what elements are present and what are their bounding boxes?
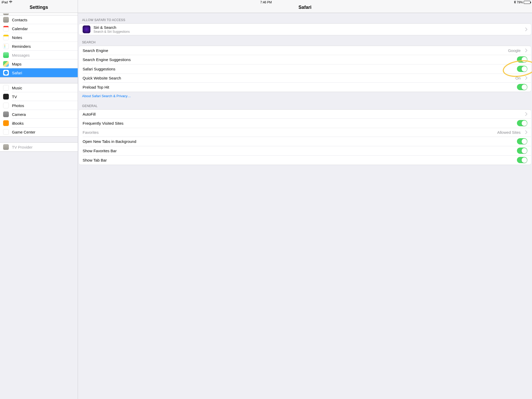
messages-icon	[3, 52, 9, 58]
row-favbar: Show Favorites Bar	[79, 146, 332, 155]
sidebar-item-notes[interactable]: Notes	[0, 33, 78, 42]
sidebar-title: Settings	[30, 5, 48, 10]
row-label: Search Engine Suggestions	[83, 57, 332, 62]
reminders-icon	[3, 43, 9, 49]
detail-scroll[interactable]: ALLOW SAFARI TO ACCESSSiri & SearchSearc…	[78, 13, 332, 249]
section-footer-link[interactable]: About Safari Search & Privacy…	[78, 92, 332, 99]
camera-icon	[3, 111, 9, 117]
sidebar-item-camera[interactable]: Camera	[0, 110, 78, 119]
row-subtitle: Search & Siri Suggestions	[94, 30, 332, 34]
safari-icon	[3, 70, 9, 76]
sidebar-item-safari[interactable]: Safari	[0, 68, 78, 77]
row-label: Search Engine	[83, 48, 332, 53]
device-label: iPad	[2, 1, 8, 4]
clock: 7:46 PM	[260, 1, 272, 4]
row-siri[interactable]: Siri & SearchSearch & Siri Suggestions	[79, 24, 332, 35]
row-label: Quick Website Search	[83, 76, 332, 80]
row-autofill[interactable]: AutoFill	[79, 110, 332, 118]
tvprovider-icon	[3, 144, 9, 150]
sidebar-item-label: Music	[12, 86, 22, 90]
row-saf_sugg: Safari Suggestions	[79, 64, 332, 74]
detail-pane: Safari ALLOW SAFARI TO ACCESSSiri & Sear…	[78, 0, 332, 249]
row-label: AutoFill	[83, 112, 332, 116]
sidebar-item-label: Messages	[12, 53, 30, 57]
detail-title: Safari	[298, 5, 311, 10]
sidebar-item-label: Maps	[12, 62, 22, 66]
sidebar-item-gamecenter[interactable]: Game Center	[0, 128, 78, 136]
sidebar-item-label: Photos	[12, 103, 24, 108]
status-bar: iPad 7:46 PM 79%	[0, 0, 332, 5]
sidebar-item-reminders[interactable]: Reminders	[0, 42, 78, 51]
sidebar-item-tvprovider[interactable]: TV Provider	[0, 143, 78, 151]
row-label: Preload Top Hit	[83, 85, 332, 89]
section-header: GENERAL	[78, 99, 332, 109]
maps-icon	[3, 61, 9, 67]
row-label: Show Favorites Bar	[83, 149, 332, 153]
sidebar-item-maps[interactable]: Maps	[0, 59, 78, 68]
section-header: ALLOW SAFARI TO ACCESS	[78, 13, 332, 23]
row-freq: Frequently Visited Sites	[79, 118, 332, 128]
wifi-icon	[9, 1, 12, 4]
sidebar-item-tv[interactable]: TV	[0, 92, 78, 101]
sidebar-item-label: iBooks	[12, 121, 24, 125]
row-label: Show Tab Bar	[83, 158, 332, 162]
sidebar-item-label: Safari	[12, 71, 22, 75]
sidebar-item-contacts[interactable]: Contacts	[0, 15, 78, 24]
row-label: Open New Tabs in Background	[83, 139, 332, 144]
contacts-icon	[3, 17, 9, 23]
tv-icon	[3, 94, 9, 99]
row-preload: Preload Top Hit	[79, 82, 332, 92]
sidebar-item-ibooks[interactable]: iBooks	[0, 119, 78, 128]
row-newtab: Open New Tabs in Background	[79, 137, 332, 146]
section-header: SEARCH	[78, 35, 332, 46]
photos-icon	[3, 103, 9, 108]
row-fav[interactable]: FavoritesAllowed Sites	[79, 128, 332, 137]
sidebar-item-label: TV Provider	[12, 145, 32, 149]
notes-icon	[3, 35, 9, 40]
settings-sidebar: Settings ContactsCalendarNotesRemindersM…	[0, 0, 78, 249]
calendar-icon	[3, 26, 9, 31]
row-engine[interactable]: Search EngineGoogle	[79, 46, 332, 55]
gamecenter-icon	[3, 129, 9, 135]
row-label: Safari Suggestions	[83, 67, 332, 71]
sidebar-item-label: TV	[12, 95, 17, 99]
music-icon	[3, 85, 9, 91]
sidebar-item-label: Game Center	[12, 130, 35, 134]
sidebar-item-messages[interactable]: Messages	[0, 51, 78, 59]
sidebar-item-label: Reminders	[12, 44, 31, 49]
sidebar-item-music[interactable]: Music	[0, 83, 78, 92]
sidebar-item-label: Camera	[12, 112, 26, 117]
siri-icon	[83, 25, 90, 33]
row-label: Siri & Search	[94, 25, 332, 30]
sidebar-item-label: Calendar	[12, 26, 28, 31]
sidebar-item-calendar[interactable]: Calendar	[0, 24, 78, 33]
row-label: Frequently Visited Sites	[83, 121, 332, 125]
row-eng_sugg: Search Engine Suggestions	[79, 55, 332, 64]
sidebar-item-label: Contacts	[12, 18, 27, 22]
row-label: Favorites	[83, 130, 332, 135]
sidebar-item-label: Notes	[12, 35, 22, 40]
row-tabbar: Show Tab Bar	[79, 155, 332, 165]
ibooks-icon	[3, 120, 9, 126]
sidebar-item-photos[interactable]: Photos	[0, 101, 78, 110]
row-quick[interactable]: Quick Website SearchOn	[79, 74, 332, 82]
sidebar-scroll[interactable]: ContactsCalendarNotesRemindersMessagesMa…	[0, 13, 78, 249]
